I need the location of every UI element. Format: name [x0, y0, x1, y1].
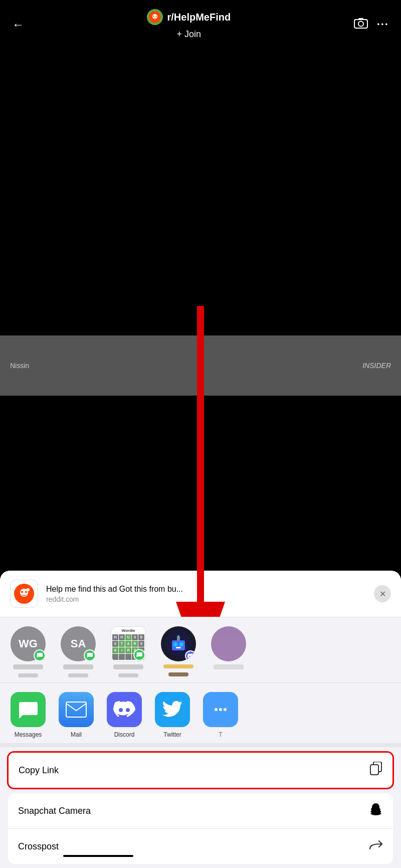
apps-row: Messages Mail Discord: [0, 683, 401, 747]
app-label-more: T: [219, 731, 222, 738]
wordle-badge: [133, 649, 145, 661]
svg-point-20: [177, 635, 179, 637]
copy-link-highlighted: Copy Link: [7, 751, 394, 789]
svg-rect-21: [66, 702, 86, 717]
join-button[interactable]: + Join: [177, 29, 202, 40]
more-icon[interactable]: ···: [377, 18, 389, 31]
copy-link-action[interactable]: Copy Link: [9, 753, 392, 788]
contact-item-partial[interactable]: [209, 626, 249, 677]
svg-rect-18: [176, 647, 181, 648]
svg-point-23: [219, 708, 222, 711]
share-sheet: Help me find this ad Got this from bu...…: [0, 571, 401, 868]
copy-link-label: Copy Link: [19, 765, 59, 776]
contact-item[interactable]: WG: [8, 626, 48, 677]
contact-avatar-sa: SA: [61, 626, 96, 661]
contact-item-robot[interactable]: [158, 626, 198, 677]
contact-name-sa: [63, 664, 93, 669]
contacts-row: WG SA Wordle HOU: [0, 617, 401, 683]
contact-badge: [34, 649, 46, 661]
contact-avatar-partial: [211, 626, 246, 661]
subreddit-icon: [147, 9, 163, 25]
ad-label-right: INSIDER: [362, 362, 391, 370]
app-label-discord: Discord: [114, 731, 135, 738]
app-item-more[interactable]: T: [200, 692, 241, 738]
share-title: Help me find this ad Got this from bu...: [46, 584, 366, 595]
share-domain: reddit.com: [46, 595, 366, 603]
share-close-button[interactable]: ✕: [374, 585, 391, 602]
dark-content-area: [0, 45, 401, 335]
svg-point-11: [21, 591, 23, 593]
share-app-icon: [10, 580, 38, 608]
app-label-messages: Messages: [15, 731, 42, 738]
share-title-block: Help me find this ad Got this from bu...…: [46, 584, 366, 604]
svg-rect-8: [358, 18, 363, 20]
discord-icon: [107, 692, 142, 727]
subreddit-title: r/HelpMeFind: [147, 9, 231, 25]
camera-icon[interactable]: [354, 17, 368, 32]
snapchat-label: Snapchat Camera: [18, 806, 91, 816]
app-label-twitter: Twitter: [163, 731, 181, 738]
copy-link-icon: [369, 762, 382, 779]
contact-avatar-wg: WG: [11, 626, 46, 661]
svg-point-17: [179, 642, 183, 646]
svg-point-5: [156, 16, 157, 17]
svg-point-4: [153, 16, 154, 17]
subreddit-name: r/HelpMeFind: [167, 12, 231, 23]
top-bar: ← r/HelpMeFind + Join: [0, 0, 401, 45]
crosspost-label: Crosspost: [18, 841, 59, 852]
svg-point-16: [173, 642, 177, 646]
share-header: Help me find this ad Got this from bu...…: [0, 571, 401, 617]
top-bar-actions: ···: [354, 17, 389, 32]
subreddit-header: r/HelpMeFind + Join: [147, 9, 231, 40]
contact-name-wg: [13, 664, 43, 669]
crosspost-action[interactable]: Crosspost: [8, 829, 393, 864]
ad-thumbnail: Nissin INSIDER: [0, 335, 401, 396]
svg-rect-26: [370, 765, 378, 775]
contact-wordle-avatar: Wordle HOUSE STARS AIRS: [111, 626, 146, 661]
app-label-mail: Mail: [71, 731, 82, 738]
ad-label-left: Nissin: [10, 362, 29, 370]
svg-point-22: [215, 708, 218, 711]
twitter-icon: [155, 692, 190, 727]
app-item-mail[interactable]: Mail: [56, 692, 96, 738]
snapchat-icon: [369, 802, 383, 819]
contact-robot-avatar: [161, 626, 196, 661]
action-list: Snapchat Camera Crosspost: [8, 793, 393, 864]
svg-point-24: [224, 708, 227, 711]
contact-badge: [84, 649, 96, 661]
back-button[interactable]: ←: [12, 18, 24, 32]
svg-point-12: [25, 591, 27, 593]
mail-icon: [59, 692, 94, 727]
contact-item-wordle[interactable]: Wordle HOUSE STARS AIRS: [108, 626, 148, 677]
app-item-discord[interactable]: Discord: [104, 692, 144, 738]
contact-item[interactable]: SA: [58, 626, 98, 677]
app-item-twitter[interactable]: Twitter: [152, 692, 192, 738]
crosspost-underline: [63, 855, 133, 857]
crosspost-icon: [369, 838, 383, 855]
snapchat-action[interactable]: Snapchat Camera: [8, 793, 393, 829]
app-item-messages[interactable]: Messages: [8, 692, 48, 738]
more-apps-icon: [203, 692, 238, 727]
messages-icon: [11, 692, 46, 727]
discord-badge: [185, 650, 196, 661]
svg-point-7: [358, 21, 363, 26]
